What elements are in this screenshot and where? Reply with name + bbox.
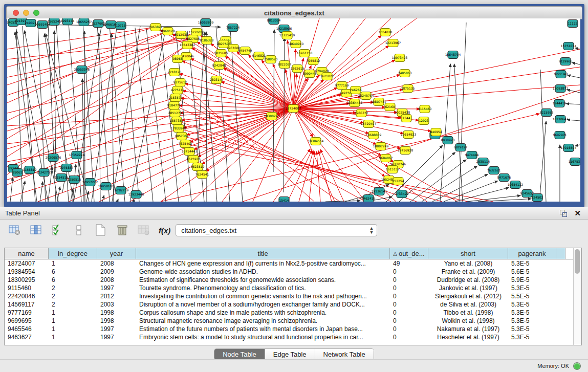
graph-node[interactable]: 2588520 — [264, 56, 278, 63]
graph-edge[interactable] — [325, 201, 360, 202]
tab-edge-table[interactable]: Edge Table — [265, 349, 315, 360]
table-row[interactable]: 946362711997Embryonic stem cells: a mode… — [5, 333, 573, 341]
column-header-title[interactable]: title — [136, 248, 390, 259]
delete-column-icon[interactable] — [114, 223, 131, 238]
table-row[interactable]: 969969511998Structural magnetic resonanc… — [5, 317, 573, 325]
graph-node[interactable]: 8990448 — [303, 70, 317, 78]
graph-node[interactable]: 1615152 — [386, 166, 400, 173]
graph-node[interactable]: 1167533 — [569, 158, 580, 166]
graph-node[interactable]: 17016504 — [561, 144, 577, 152]
table-settings-icon[interactable] — [6, 223, 24, 238]
graph-edge[interactable] — [566, 104, 580, 104]
graph-node[interactable]: 9777169 — [335, 82, 349, 90]
graph-node[interactable]: 2803144 — [210, 76, 224, 84]
table-row[interactable]: 1872400712008Changes of HCN gene express… — [5, 259, 573, 268]
graph-node[interactable]: 1565245 — [48, 18, 61, 26]
scrollbar-thumb[interactable] — [575, 249, 580, 274]
graph-edge[interactable] — [293, 75, 319, 108]
citation-network-graph[interactable]: 2405572191397424902120691406156524519931… — [7, 18, 580, 202]
graph-node[interactable]: 252254 — [393, 178, 404, 185]
graph-node[interactable]: 1156819 — [23, 166, 37, 174]
tab-node-table[interactable]: Node Table — [214, 349, 265, 360]
graph-node[interactable]: 20206576 — [46, 154, 61, 162]
graph-edge[interactable] — [7, 45, 187, 174]
graph-node[interactable]: 1054838 — [379, 29, 393, 36]
table-row[interactable]: 977716911998Corpus callosum shape and si… — [5, 309, 573, 317]
graph-node[interactable]: 17833941 — [171, 125, 187, 133]
graph-node[interactable]: 9129966 — [559, 58, 573, 65]
graph-node[interactable]: 1250515 — [68, 176, 81, 184]
memory-status-indicator[interactable] — [573, 362, 581, 370]
graph-node[interactable]: 7344 — [401, 115, 411, 122]
table-scrollbar[interactable] — [573, 248, 581, 345]
graph-node[interactable]: 85061 — [12, 169, 23, 177]
graph-node[interactable]: 15751074 — [561, 42, 577, 50]
graph-edge[interactable] — [222, 108, 293, 202]
graph-node[interactable]: 7624541 — [195, 171, 209, 179]
function-builder-icon[interactable]: f(x) — [159, 226, 170, 235]
close-panel-icon[interactable]: ✕ — [574, 210, 581, 217]
table-row[interactable]: 946554611997Estimation of the future num… — [5, 325, 573, 333]
graph-node[interactable]: 10807487 — [371, 98, 387, 106]
graph-edge[interactable] — [273, 149, 310, 202]
graph-edge[interactable] — [575, 48, 580, 49]
graph-node[interactable]: 10655257 — [76, 18, 92, 26]
graph-node[interactable]: 1857352 — [170, 117, 184, 125]
graph-node[interactable]: 7857224 — [226, 24, 240, 32]
graph-node[interactable]: 5875685 — [214, 50, 228, 57]
graph-node[interactable]: 6879197 — [454, 144, 468, 151]
tab-network-table[interactable]: Network Table — [315, 349, 374, 360]
graph-edge[interactable] — [7, 31, 168, 85]
graph-node[interactable]: 19756928 — [398, 147, 413, 155]
graph-node[interactable]: 19654923 — [401, 131, 417, 139]
graph-edge[interactable] — [273, 30, 274, 172]
graph-node[interactable]: 2718126 — [168, 69, 182, 76]
graph-node[interactable]: 4275112 — [171, 86, 185, 94]
graph-edge[interactable] — [7, 45, 187, 157]
table-row[interactable]: 1938455462009Genome-wide association stu… — [5, 268, 573, 276]
graph-edge[interactable] — [7, 27, 156, 67]
graph-node[interactable]: 8454749 — [238, 47, 252, 55]
graph-node[interactable]: 2153574 — [169, 94, 183, 102]
graph-node[interactable]: 9184775 — [167, 102, 181, 110]
graph-node[interactable]: 7485063 — [398, 70, 412, 77]
graph-edge[interactable] — [444, 181, 498, 202]
graph-node[interactable]: 15720407 — [361, 120, 377, 128]
graph-edge[interactable] — [7, 27, 156, 49]
graph-node[interactable]: 1733426 — [395, 190, 409, 198]
graph-edge[interactable] — [293, 49, 580, 108]
graph-node[interactable]: 98968 — [172, 55, 183, 63]
table-select-dropdown[interactable]: citations_edges.txt ▲▼ — [176, 224, 377, 236]
graph-node[interactable]: 16782759 — [113, 187, 129, 194]
graph-edge[interactable] — [572, 62, 580, 64]
graph-node[interactable]: 2935114 — [476, 158, 490, 166]
new-table-icon[interactable] — [92, 223, 110, 238]
graph-node[interactable]: 16053809 — [198, 19, 214, 27]
graph-edge[interactable] — [40, 182, 43, 202]
network-canvas[interactable]: 2405572191397424902120691406156524519931… — [7, 18, 580, 202]
graph-node[interactable]: 1675935 — [187, 156, 201, 163]
graph-node[interactable]: 1527602 — [92, 20, 105, 28]
graph-node[interactable]: 12923 — [419, 117, 429, 125]
graph-node[interactable]: 9474444 — [465, 151, 479, 159]
graph-node[interactable]: 1154519 — [55, 174, 69, 182]
column-header-out_de...[interactable]: △out_de... — [390, 248, 428, 259]
graph-node[interactable]: 9692971 — [553, 132, 567, 139]
graph-node[interactable]: 8822037 — [278, 61, 292, 69]
column-header-year[interactable]: year — [97, 248, 136, 259]
graph-edge[interactable] — [459, 23, 466, 202]
graph-node[interactable]: 7963822 — [149, 24, 163, 31]
float-window-icon[interactable] — [560, 210, 567, 217]
network-window-titlebar[interactable]: citations_edges.txt — [6, 6, 582, 19]
column-chooser-icon[interactable] — [28, 223, 45, 238]
graph-node[interactable]: 16210643 — [553, 116, 569, 123]
graph-node[interactable]: 7632621 — [487, 167, 501, 174]
graph-edge[interactable] — [7, 108, 293, 126]
column-header-name[interactable]: name — [5, 248, 49, 259]
graph-edge[interactable] — [20, 181, 25, 202]
column-header-short[interactable]: short — [428, 248, 508, 259]
graph-node[interactable]: 9227343 — [554, 71, 568, 78]
graph-node[interactable]: 9242848 — [212, 62, 226, 70]
graph-node[interactable]: 16648794 — [445, 51, 461, 59]
graph-node[interactable]: 15414 — [279, 197, 289, 202]
